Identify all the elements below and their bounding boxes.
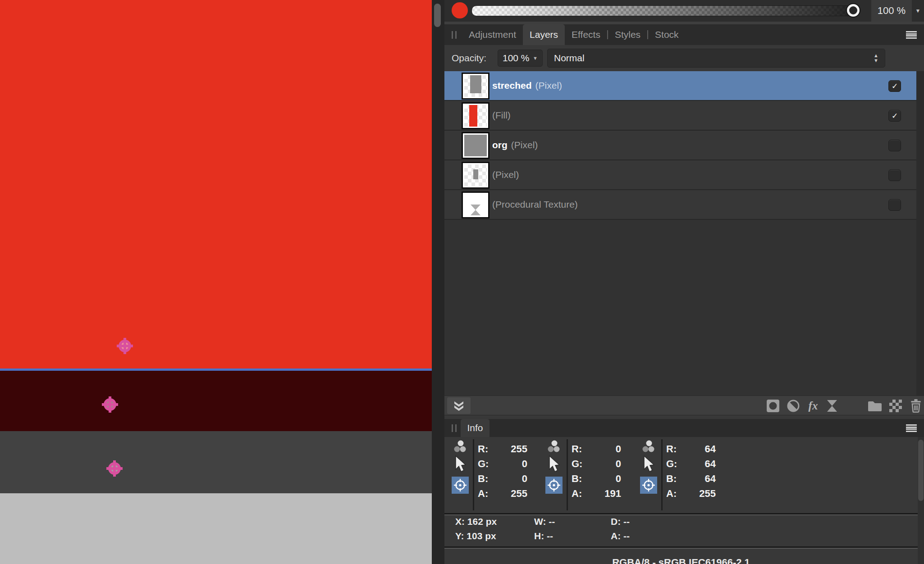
- channel-value: 0: [616, 458, 621, 470]
- mask-icon: [766, 399, 780, 413]
- tab-info[interactable]: Info: [461, 419, 489, 437]
- layer-row-fill[interactable]: (Fill) ✓: [444, 101, 916, 131]
- tab-label: Stock: [655, 29, 679, 40]
- coord-y: Y: 103 px: [455, 531, 496, 541]
- mask-layer-button[interactable]: [765, 399, 781, 413]
- fx-icon: fx: [809, 400, 818, 412]
- hourglass-glyph: [470, 204, 481, 216]
- layer-type: (Pixel): [511, 140, 538, 150]
- tab-stock[interactable]: Stock: [648, 24, 686, 45]
- blend-mode-stepper[interactable]: ▲ ▼: [874, 53, 878, 63]
- target-button[interactable]: [452, 477, 469, 494]
- cursor-icon: [546, 455, 560, 474]
- target-ring: [108, 462, 121, 475]
- tab-label: Layers: [530, 29, 558, 40]
- coord-w: W: --: [534, 516, 555, 527]
- tab-adjustment[interactable]: Adjustment: [462, 24, 523, 45]
- hourglass-icon: [826, 399, 838, 413]
- channel-value: 0: [616, 473, 621, 485]
- layer-visibility-checkbox[interactable]: [888, 169, 901, 181]
- channel-value: 255: [511, 443, 527, 455]
- folder-icon: [867, 400, 883, 412]
- color-swatch[interactable]: [452, 2, 468, 18]
- layer-type: (Pixel): [492, 169, 519, 180]
- color-sampler-target-2[interactable]: [102, 396, 118, 413]
- channel-value: 0: [522, 458, 527, 470]
- tab-layers[interactable]: Layers: [523, 24, 565, 45]
- opacity-value: 100 %: [503, 53, 530, 64]
- channel-value: 0: [616, 443, 621, 455]
- channel-label: A:: [478, 488, 488, 500]
- channel-label: B:: [572, 473, 582, 485]
- slider-dropdown-button[interactable]: ▼: [912, 0, 924, 22]
- tab-styles[interactable]: Styles: [608, 24, 647, 45]
- tab-label: Effects: [572, 29, 600, 40]
- group-layers-button[interactable]: [867, 399, 883, 413]
- channel-value: 255: [699, 488, 716, 500]
- layers-scrollbar-track: [916, 71, 924, 396]
- channel-label: G:: [666, 458, 677, 470]
- opacity-gradient-slider[interactable]: [471, 5, 858, 16]
- layer-thumbnail: [462, 191, 489, 218]
- layer-order-button[interactable]: [447, 397, 471, 414]
- application-window: 100 % ▼ Adjustment Layers Effects Styles…: [0, 0, 924, 564]
- layer-row-streched[interactable]: streched (Pixel) ✓: [444, 71, 916, 101]
- layer-row-pixel[interactable]: (Pixel): [444, 160, 916, 190]
- cursor-icon: [641, 455, 654, 474]
- canvas-scrollbar-track: [432, 0, 444, 564]
- crosshair-icon: [452, 477, 468, 493]
- slider-value-box[interactable]: 100 %: [871, 0, 912, 22]
- layer-visibility-checkbox[interactable]: ✓: [888, 110, 901, 122]
- chevron-down-icon: ▼: [915, 8, 921, 14]
- target-button[interactable]: [545, 477, 563, 494]
- panel-menu-icon[interactable]: [906, 424, 917, 432]
- sampler-group-1: R:255 G:0 B:0 A:255: [452, 437, 531, 513]
- channel-value: 64: [705, 458, 716, 470]
- channel-value: 64: [705, 443, 716, 455]
- layers-list: streched (Pixel) ✓ (Fill) ✓: [444, 71, 924, 396]
- opacity-dropdown[interactable]: 100 % ▼: [498, 50, 543, 67]
- coord-d: D: --: [611, 516, 630, 527]
- coord-x: X: 162 px: [455, 516, 497, 527]
- layer-type: (Fill): [492, 110, 511, 121]
- layer-visibility-checkbox[interactable]: [888, 140, 901, 151]
- layer-thumbnail: [462, 162, 489, 189]
- channel-value: 0: [522, 473, 527, 485]
- canvas-dark-red-region: [0, 371, 432, 431]
- live-filter-button[interactable]: [824, 399, 840, 413]
- color-sampler-target-3[interactable]: [106, 460, 123, 477]
- layer-visibility-checkbox[interactable]: [888, 199, 901, 211]
- new-pixel-layer-button[interactable]: [888, 399, 903, 413]
- studio-panel: 100 % ▼ Adjustment Layers Effects Styles…: [444, 0, 924, 564]
- blend-mode-value: Normal: [554, 53, 585, 64]
- blend-mode-dropdown[interactable]: Normal ▲ ▼: [547, 49, 885, 68]
- info-scrollbar-thumb[interactable]: [918, 440, 924, 501]
- canvas-area[interactable]: [0, 0, 432, 564]
- layer-row-org[interactable]: org (Pixel): [444, 131, 916, 160]
- layer-row-procedural-texture[interactable]: (Procedural Texture): [444, 190, 916, 220]
- target-ring: [104, 398, 116, 411]
- layer-effects-button[interactable]: fx: [805, 399, 821, 413]
- delete-layer-button[interactable]: [908, 399, 924, 413]
- channel-label: B:: [478, 473, 488, 485]
- layer-visibility-checkbox[interactable]: ✓: [888, 80, 901, 92]
- divider: [567, 439, 568, 510]
- canvas-scrollbar-thumb[interactable]: [434, 4, 441, 27]
- panel-drag-handle[interactable]: [452, 424, 457, 432]
- target-button[interactable]: [640, 477, 657, 494]
- adjustment-layer-button[interactable]: [786, 399, 801, 413]
- panel-menu-icon[interactable]: [906, 31, 917, 39]
- tab-effects[interactable]: Effects: [565, 24, 607, 45]
- slider-knob[interactable]: [847, 4, 860, 17]
- info-panel: R:255 G:0 B:0 A:255: [444, 437, 924, 513]
- check-icon: ✓: [892, 111, 898, 121]
- coord-h: H: --: [534, 531, 553, 541]
- sampler-group-3: R:64 G:64 B:64 A:255: [640, 437, 719, 513]
- channel-value: 255: [511, 488, 527, 500]
- panel-drag-handle[interactable]: [452, 24, 457, 45]
- check-icon: ✓: [892, 82, 898, 91]
- layer-thumbnail: [462, 132, 489, 159]
- color-sampler-target-1[interactable]: [117, 338, 133, 354]
- divider: [473, 439, 474, 510]
- channel-label: B:: [666, 473, 677, 485]
